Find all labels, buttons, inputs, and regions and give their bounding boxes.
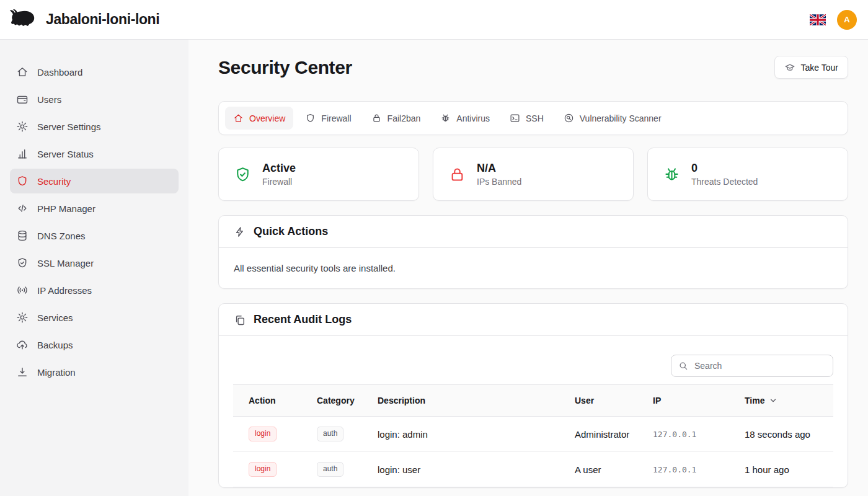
cell-category: auth — [301, 452, 362, 487]
user-avatar[interactable]: A — [837, 10, 857, 30]
column-header-time[interactable]: Time — [729, 385, 833, 417]
home-icon — [16, 66, 29, 78]
tab-label: SSH — [526, 113, 544, 123]
tab-label: Fail2ban — [388, 113, 421, 123]
column-header-time-label: Time — [745, 396, 764, 405]
table-row: login auth login: admin Administrator 12… — [233, 417, 833, 452]
bug-icon — [440, 113, 451, 123]
bar-chart-icon — [16, 148, 29, 160]
stat-card-firewall: Active Firewall — [218, 148, 419, 201]
download-icon — [16, 366, 29, 378]
sidebar-item-security[interactable]: Security — [10, 169, 179, 193]
sidebar-item-php-manager[interactable]: PHP Manager — [10, 196, 179, 221]
sidebar-item-dns-zones[interactable]: DNS Zones — [10, 223, 179, 248]
uk-flag-icon — [810, 14, 826, 25]
chevron-down-icon — [769, 396, 777, 405]
table-row: login auth login: user A user 127.0.0.1 … — [233, 452, 833, 487]
sidebar-item-label: Server Status — [37, 149, 94, 159]
cell-description: login: admin — [362, 417, 559, 452]
tab-fail2ban[interactable]: Fail2ban — [363, 107, 429, 130]
column-header-action: Action — [233, 385, 301, 417]
cell-description: login: user — [362, 452, 559, 487]
broadcast-icon — [16, 284, 29, 296]
column-header-ip: IP — [637, 385, 729, 417]
sidebar-item-migration[interactable]: Migration — [10, 360, 179, 384]
audit-logs-title: Recent Audit Logs — [254, 313, 352, 326]
shield-check-icon — [234, 166, 252, 184]
audit-logs-table: Action Category Description User IP Time — [233, 384, 833, 487]
tab-label: Antivirus — [456, 113, 490, 123]
security-tabbar: Overview Firewall Fail2ban Antivirus SSH… — [218, 101, 848, 135]
sidebar-item-label: DNS Zones — [37, 231, 86, 241]
stat-value: 0 — [691, 162, 758, 175]
tab-label: Vulnerability Scanner — [580, 113, 662, 123]
take-tour-label: Take Tour — [801, 63, 838, 73]
sidebar-item-ssl-manager[interactable]: SSL Manager — [10, 250, 179, 275]
sidebar-item-label: SSL Manager — [37, 258, 94, 268]
scan-icon — [564, 113, 574, 123]
app-header: Jabaloni-loni-loni A — [0, 0, 868, 40]
page-title: Security Center — [218, 57, 352, 78]
table-header-row: Action Category Description User IP Time — [233, 385, 833, 417]
stat-value: Active — [262, 162, 296, 175]
sidebar-item-label: Security — [37, 176, 71, 187]
sidebar-item-label: Server Settings — [37, 122, 101, 132]
search-input[interactable] — [671, 355, 833, 377]
action-badge: login — [249, 427, 277, 441]
tab-label: Firewall — [321, 113, 351, 123]
language-flag-button[interactable] — [810, 14, 826, 25]
sidebar-item-backups[interactable]: Backups — [10, 332, 179, 357]
quick-actions-title: Quick Actions — [254, 225, 328, 238]
app-title: Jabaloni-loni-loni — [46, 11, 159, 28]
tab-firewall[interactable]: Firewall — [297, 107, 359, 130]
cell-action: login — [233, 417, 301, 452]
cell-user: A user — [559, 452, 637, 487]
cell-action: login — [233, 452, 301, 487]
stat-card-ips-banned: N/A IPs Banned — [433, 148, 634, 201]
cell-time: 1 hour ago — [729, 452, 833, 487]
sidebar-item-label: Backups — [37, 340, 73, 350]
sidebar-item-dashboard[interactable]: Dashboard — [10, 60, 179, 84]
sidebar-item-label: Users — [37, 94, 61, 105]
cell-user: Administrator — [559, 417, 637, 452]
sidebar-item-services[interactable]: Services — [10, 305, 179, 330]
lock-icon — [371, 113, 382, 123]
code-icon — [16, 202, 29, 215]
shield-icon — [305, 113, 316, 123]
sidebar-item-label: Dashboard — [37, 67, 82, 78]
cell-category: auth — [301, 417, 362, 452]
shield-icon — [16, 175, 29, 187]
tab-antivirus[interactable]: Antivirus — [432, 107, 498, 130]
stat-label: Firewall — [262, 177, 296, 187]
quick-actions-message: All essential security tools are install… — [219, 248, 848, 288]
database-icon — [16, 229, 29, 242]
take-tour-button[interactable]: Take Tour — [774, 56, 848, 79]
category-badge: auth — [317, 427, 343, 441]
sidebar-item-label: IP Addresses — [37, 285, 92, 296]
cell-ip: 127.0.0.1 — [637, 417, 729, 452]
category-badge: auth — [317, 462, 343, 477]
graduation-cap-icon — [784, 62, 795, 73]
stat-card-threats: 0 Threats Detected — [647, 148, 848, 201]
tab-label: Overview — [249, 113, 285, 123]
sidebar-item-label: PHP Manager — [37, 203, 95, 214]
sidebar-item-users[interactable]: Users — [10, 87, 179, 112]
sidebar-item-label: Migration — [37, 367, 76, 378]
header-actions: A — [810, 10, 857, 30]
tab-ssh[interactable]: SSH — [502, 107, 552, 130]
sidebar-item-server-status[interactable]: Server Status — [10, 141, 179, 166]
clipboard-icon — [234, 314, 246, 326]
tab-vulnerability-scanner[interactable]: Vulnerability Scanner — [556, 107, 670, 130]
sidebar-item-server-settings[interactable]: Server Settings — [10, 114, 179, 139]
lightning-icon — [234, 226, 246, 238]
gear-icon — [16, 311, 29, 324]
bull-logo-icon — [9, 8, 40, 32]
column-header-category: Category — [301, 385, 362, 417]
action-badge: login — [249, 462, 277, 477]
terminal-icon — [510, 113, 520, 123]
tab-overview[interactable]: Overview — [225, 107, 293, 130]
gear-icon — [16, 120, 29, 133]
sidebar-item-ip-addresses[interactable]: IP Addresses — [10, 278, 179, 303]
brand: Jabaloni-loni-loni — [9, 8, 159, 32]
bug-icon — [663, 166, 681, 184]
